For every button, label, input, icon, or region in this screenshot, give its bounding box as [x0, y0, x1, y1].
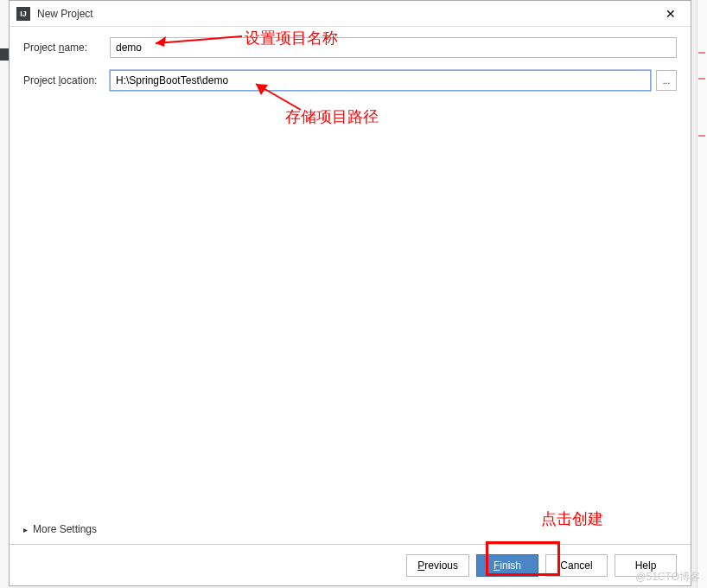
project-location-input[interactable] [110, 70, 651, 91]
project-name-input[interactable] [110, 37, 677, 58]
project-location-label: Project location: [23, 74, 110, 86]
new-project-dialog: IJ New Project ✕ Project name: Project l… [9, 0, 691, 586]
dialog-content: Project name: Project location: ... ▸ Mo… [10, 27, 691, 544]
right-scrollbar-strip [697, 0, 707, 588]
dialog-title: New Project [37, 8, 658, 20]
project-location-row: Project location: ... [23, 70, 677, 91]
project-name-label: Project name: [23, 42, 110, 54]
app-icon: IJ [16, 7, 30, 21]
watermark: @51CTO博客 [635, 570, 700, 585]
previous-button[interactable]: Previous [406, 554, 469, 577]
editor-gutter [0, 0, 9, 588]
dialog-footer: Previous Finish Cancel Help [10, 544, 691, 585]
side-marker [698, 78, 705, 80]
chevron-right-icon: ▸ [23, 525, 28, 534]
more-settings-toggle[interactable]: ▸ More Settings [23, 523, 97, 535]
finish-button[interactable]: Finish [476, 554, 538, 577]
project-name-row: Project name: [23, 37, 677, 58]
side-marker [698, 135, 705, 137]
gutter-icon [0, 48, 9, 61]
titlebar: IJ New Project ✕ [10, 1, 691, 27]
browse-button[interactable]: ... [656, 70, 677, 91]
more-settings-label: More Settings [33, 523, 97, 535]
close-icon[interactable]: ✕ [658, 5, 684, 22]
side-marker [698, 52, 705, 54]
cancel-button[interactable]: Cancel [545, 554, 608, 577]
